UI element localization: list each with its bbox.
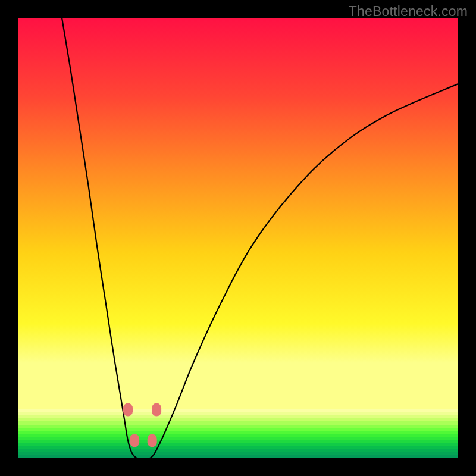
watermark-text: TheBottleneck.com — [349, 4, 468, 20]
chart-curve-layer — [18, 18, 458, 458]
curve-marker — [152, 403, 161, 416]
curve-marker — [148, 434, 157, 447]
curve-left-branch — [62, 18, 137, 458]
chart-plot-area — [18, 18, 458, 458]
curve-marker — [130, 434, 139, 447]
curve-right-branch — [150, 84, 458, 458]
curve-marker — [123, 403, 133, 416]
